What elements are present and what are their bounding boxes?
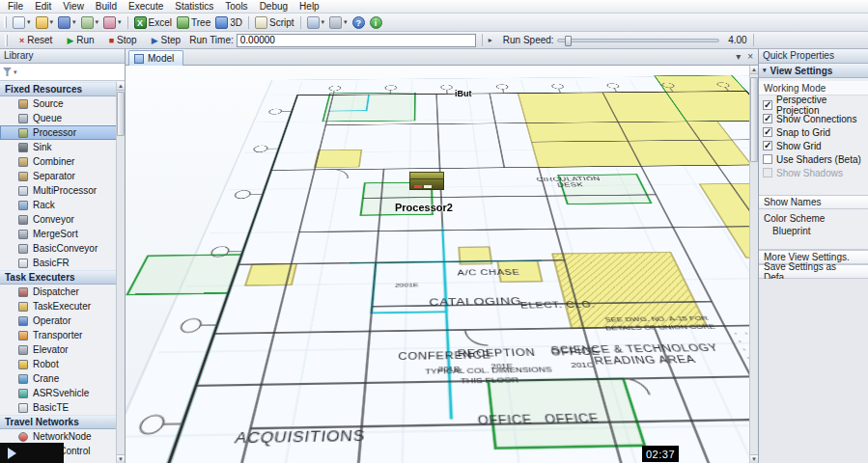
menu-item[interactable]: Debug <box>254 0 294 13</box>
library-row[interactable]: Dispatcher <box>0 285 125 299</box>
slider-thumb[interactable] <box>565 36 572 46</box>
library-row[interactable]: BasicFR <box>0 256 125 270</box>
menu-item[interactable]: Tools <box>219 0 253 13</box>
toolbar-button[interactable]: ▾ <box>327 15 350 30</box>
run-button[interactable]: ▶ Run <box>61 33 99 47</box>
library-row[interactable]: Rack <box>0 198 125 212</box>
toolbar-button[interactable]: ▾ <box>350 15 367 30</box>
scroll-down-icon[interactable]: ▼ <box>750 454 758 463</box>
tab-list-dropdown-icon[interactable]: ▾ <box>736 51 741 63</box>
library-row[interactable]: Task Executers <box>0 270 125 285</box>
excel-button[interactable]: Excel <box>132 15 174 30</box>
dropdown-arrow-icon: ▾ <box>50 18 54 26</box>
menu-item[interactable]: Execute <box>123 0 169 13</box>
library-row[interactable]: Queue <box>0 111 125 125</box>
library-row[interactable]: Source <box>0 96 125 111</box>
view-option-row[interactable]: Show Grid <box>759 139 868 152</box>
menu-item[interactable]: Help <box>294 0 325 13</box>
processor-object[interactable] <box>409 172 444 190</box>
stop-button[interactable]: ■ Stop <box>103 33 143 47</box>
view-option-row[interactable]: Show Connections <box>759 112 868 125</box>
checkbox[interactable] <box>763 114 772 123</box>
toolbar-button[interactable]: ▾ <box>101 15 124 30</box>
threed-button[interactable]: 3D <box>213 15 244 30</box>
asrsvehicle-icon <box>18 389 28 398</box>
processor-object-label: Processor2 <box>395 202 453 213</box>
scrollbar-thumb[interactable] <box>750 77 758 162</box>
library-row[interactable]: MergeSort <box>0 227 125 241</box>
library-panel: Library ▾ Fixed Resources Source Queue P… <box>0 49 126 463</box>
menu-item[interactable]: Edit <box>29 0 57 13</box>
library-row[interactable]: Transporter <box>0 328 125 342</box>
library-row[interactable]: Separator <box>0 169 125 183</box>
library-row[interactable]: Crane <box>0 371 125 386</box>
blueprint-plane: CATALOGINGA/C CHASEELECT. CLO.CONFERENCE… <box>126 66 749 463</box>
toolbar-button[interactable]: ▾ <box>34 15 56 30</box>
library-row[interactable]: BasicTE <box>0 400 125 415</box>
library-row[interactable]: MultiProcessor <box>0 183 125 198</box>
scroll-up-icon[interactable]: ▲ <box>750 66 758 74</box>
library-row[interactable]: Conveyor <box>0 212 125 227</box>
close-tab-icon[interactable]: × <box>747 51 753 63</box>
library-panel-title: Library <box>0 49 125 64</box>
show-names-button[interactable]: Show Names <box>759 195 868 209</box>
library-row[interactable]: BasicConveyor <box>0 241 125 256</box>
library-filter-input[interactable] <box>19 66 122 79</box>
menu-item[interactable]: File <box>2 0 29 13</box>
toolbar-button[interactable]: ▾ <box>305 15 327 30</box>
checkbox[interactable] <box>763 168 772 177</box>
view-settings-section[interactable]: ▾ View Settings <box>759 64 868 78</box>
library-row[interactable]: Combiner <box>0 154 125 169</box>
menu-item[interactable]: Statistics <box>169 0 219 13</box>
library-row[interactable]: Robot <box>0 357 125 371</box>
toolbar-button[interactable]: ▾ <box>368 15 384 30</box>
blueprint-drawing: CATALOGINGA/C CHASEELECT. CLO.CONFERENCE… <box>126 66 749 463</box>
library-row[interactable]: Fixed Resources <box>0 82 125 96</box>
menu-item[interactable]: Build <box>90 0 123 13</box>
video-play-overlay[interactable] <box>0 443 64 463</box>
view-option-row[interactable]: Snap to Grid <box>759 125 868 139</box>
queue-icon <box>18 114 28 123</box>
library-row[interactable]: Elevator <box>0 342 125 357</box>
scrollbar-thumb[interactable] <box>117 92 125 136</box>
color-scheme-value[interactable]: Blueprint <box>759 225 868 239</box>
scroll-down-icon[interactable]: ▼ <box>117 454 125 463</box>
svg-text:RECEPTION: RECEPTION <box>458 347 537 359</box>
view-option-row[interactable]: Use Shaders (Beta) <box>759 152 868 166</box>
svg-text:CATALOGING: CATALOGING <box>429 295 522 307</box>
menu-item[interactable]: View <box>57 0 90 13</box>
library-row[interactable]: Travel Networks <box>0 415 125 429</box>
step-button[interactable]: ▶ Step <box>146 33 187 47</box>
toolbar-button[interactable]: ▾ <box>11 15 33 30</box>
library-row[interactable]: NetworkNode <box>0 429 125 444</box>
canvas-scrollbar[interactable]: ▲ ▼ <box>749 66 758 463</box>
view-settings-button[interactable]: Save Settings as Defa... <box>759 264 868 279</box>
working-mode-label[interactable]: Working Mode <box>759 81 868 95</box>
library-row[interactable]: ASRSvehicle <box>0 386 125 400</box>
library-row[interactable]: Sink <box>0 140 125 154</box>
tree-button[interactable]: Tree <box>175 15 212 30</box>
library-scrollbar[interactable]: ▲ ▼ <box>116 82 125 463</box>
tab-model[interactable]: Model <box>128 50 183 66</box>
checkbox[interactable] <box>763 127 772 137</box>
toolbar-button[interactable]: ▾ <box>56 15 78 30</box>
model-3d-view[interactable]: CATALOGINGA/C CHASEELECT. CLO.CONFERENCE… <box>126 66 749 463</box>
checkbox[interactable] <box>763 100 772 110</box>
view-option-row[interactable]: Show Shadows <box>759 166 868 179</box>
view-settings-label: View Settings <box>770 66 833 76</box>
toolbar-button[interactable]: ▾ <box>79 15 101 30</box>
checkbox[interactable] <box>763 141 772 150</box>
scroll-up-icon[interactable]: ▲ <box>117 82 125 91</box>
threed-label: 3D <box>230 17 242 28</box>
library-row[interactable]: Processor <box>0 125 125 140</box>
expand-arrow-icon[interactable]: ▸ <box>489 36 492 44</box>
run-time-input[interactable] <box>237 34 476 47</box>
run-speed-slider[interactable] <box>557 39 719 42</box>
library-row[interactable]: TaskExecuter <box>0 299 125 313</box>
checkbox[interactable] <box>763 154 772 164</box>
reset-button[interactable]: × Reset <box>14 33 58 47</box>
filter-dropdown-icon[interactable]: ▾ <box>14 68 17 76</box>
library-row[interactable]: Operator <box>0 313 125 328</box>
view-option-row[interactable]: Perspective Projection <box>759 98 868 112</box>
script-button[interactable]: Script <box>253 15 296 30</box>
